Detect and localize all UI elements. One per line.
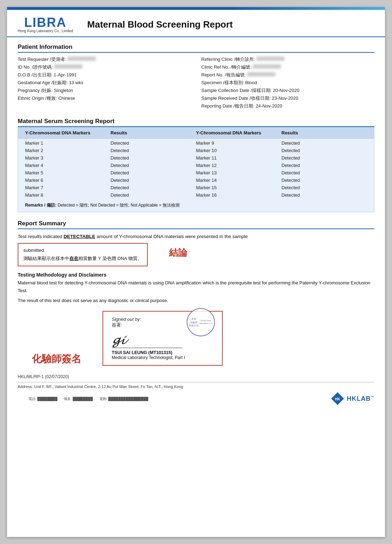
conclusion-box: submitted. 測驗結果顯示在樣本中在在相當數量 Y 染色體 DNA 物質…: [18, 243, 374, 266]
info-row-clinic-ref: Clinic Ref No. /轉介編號: REDACTED: [201, 63, 375, 71]
gestational-value: 13 wks: [69, 80, 83, 85]
marker-11-name: Marker 11: [196, 154, 282, 162]
report-title: Maternal Blood Screening Report: [87, 19, 233, 30]
reporting-date-value: 24-Nov-2020: [256, 103, 282, 109]
signer-title: Medical Laboratory Technologist, Part I: [112, 355, 213, 360]
remarks-row: Remarks / 備註: Detected = 陽性; Not Detecte…: [18, 199, 374, 208]
results-left-col: Detected Detected Detected Detected Dete…: [111, 139, 196, 199]
pregnancy-value: Singleton: [54, 88, 73, 93]
info-row-requester: Test Requester /受測者: REDACTED: [18, 56, 191, 63]
marker-8-name: Marker 8: [25, 191, 111, 199]
info-row-ethnic: Ethnic Origin /種族: Chinese: [18, 94, 191, 102]
info-row-received-date: Sample Received Date /收樣日期: 23-Nov-2020: [201, 94, 375, 102]
top-bar: [7, 7, 385, 10]
info-row-pregnancy: Pregnancy /妊娠: Singleton: [18, 87, 191, 94]
footer-doc-number: HKL/ML/RP-1 (02/07/2020): [18, 374, 374, 379]
methodology-text1: Maternal blood test for detecting Y-chro…: [18, 279, 374, 295]
col-header-marker-right: Y-Chromosomal DNA Markers: [196, 130, 282, 135]
hklab-text: HKLAB™: [347, 395, 374, 403]
conclusion-label: 結論: [169, 247, 187, 259]
patient-info-section: Patient Information Test Requester /受測者:…: [7, 37, 385, 113]
marker-5-name: Marker 5: [25, 169, 111, 176]
marker-10-result: Detected: [281, 147, 367, 154]
info-row-collection-date: Sample Collection Date /採樣日期: 20-Nov-202…: [201, 87, 375, 94]
report-summary-section: Report Summary Test results indicated DE…: [18, 219, 374, 366]
marker-14-result: Detected: [281, 176, 367, 184]
methodology-text2: The result of this test does not serve a…: [18, 297, 374, 305]
footer-email: 電郵: ████████████████: [99, 397, 148, 401]
methodology-title: Testing Methodology and Disclaimers: [18, 272, 374, 278]
patient-info-right: Referring Clinic /轉介診所: REDACTED Clinic …: [201, 56, 375, 110]
hklab-logo: HK HKLAB™: [330, 392, 374, 406]
submitted-box: submitted. 測驗結果顯示在樣本中在在相當數量 Y 染色體 DNA 物質…: [18, 243, 148, 266]
collection-date-value: 20-Nov-2020: [273, 88, 299, 93]
marker-16-name: Marker 16: [196, 191, 282, 199]
results-right-col: Detected Detected Detected Detected Dete…: [281, 139, 367, 199]
marker-5-result: Detected: [111, 169, 196, 176]
logo-text: LIBRA: [24, 16, 66, 29]
serum-screening-section: Maternal Serum Screening Report Y-Chromo…: [18, 116, 374, 212]
marker-13-result: Detected: [281, 169, 367, 176]
footer-address: Address: Unit F, 8/F., Valiant Industria…: [7, 382, 385, 390]
marker-2-name: Marker 2: [25, 147, 111, 154]
svg-text:HK: HK: [335, 397, 340, 401]
info-row-report-no: Report No. /報告編號: REDACTED: [201, 71, 375, 79]
signature-image: 𝓰𝓲: [112, 330, 182, 348]
lab-stamp: 香港化驗所有限公司Hong KongLaboratory Co.: [187, 308, 215, 336]
marker-13-name: Marker 13: [196, 169, 282, 176]
marker-6-result: Detected: [111, 176, 196, 184]
marker-9-name: Marker 9: [196, 139, 282, 147]
marker-7-result: Detected: [111, 184, 196, 191]
dob-value: 1-Apr-1991: [54, 72, 77, 77]
col-header-result-left: Results: [111, 130, 196, 135]
marker-12-name: Marker 12: [196, 162, 282, 169]
logo-libra: LIBRA: [24, 15, 66, 30]
footer-contacts: 電話: ████████ 傳真: ████████ 電郵: ██████████…: [18, 396, 159, 401]
dna-table-header: Y-Chromosomal DNA Markers Results Y-Chro…: [18, 127, 374, 139]
marker-15-name: Marker 15: [196, 184, 282, 191]
patient-info-title: Patient Information: [18, 41, 374, 53]
info-row-gestational: Gestational Age /妊娠期: 13 wks: [18, 79, 191, 87]
markers-left-col: Marker 1 Marker 2 Marker 3 Marker 4 Mark…: [25, 139, 111, 199]
dna-table-wrapper: Y-Chromosomal DNA Markers Results Y-Chro…: [18, 127, 374, 212]
info-row-dob: D.O.B /出生日期: 1-Apr-1991: [18, 71, 191, 79]
info-row-specimen: Specimen /樣本類別: Blood: [201, 79, 375, 87]
sign-box: 香港化驗所有限公司Hong KongLaboratory Co. Signed …: [103, 311, 223, 366]
report-header: LIBRA Hong Kong Laboratory Co., Limited …: [7, 10, 385, 37]
detectable-keyword: DETECTABLE: [64, 234, 95, 239]
signer-name: TSUI SAI LEUNG (MT101315): [112, 350, 213, 355]
patient-info-left: Test Requester /受測者: REDACTED ID No. /證件…: [18, 56, 191, 110]
info-row-id: ID No. /證件號碼: REDACTED: [18, 63, 191, 71]
col-header-result-right: Results: [281, 130, 367, 135]
footer-phone: 電話: ████████: [28, 397, 57, 401]
serum-screening-title: Maternal Serum Screening Report: [18, 116, 374, 127]
marker-1-result: Detected: [111, 139, 196, 147]
info-row-reporting-date: Reporting Date /報告日期: 24-Nov-2020: [201, 102, 375, 110]
marker-16-result: Detected: [281, 191, 367, 199]
summary-text-line1: Test results indicated DETECTABLE amount…: [18, 233, 374, 241]
info-row-clinic: Referring Clinic /轉介診所: REDACTED: [201, 56, 375, 63]
report-summary-title: Report Summary: [18, 219, 374, 229]
marker-4-result: Detected: [111, 162, 196, 169]
marker-8-result: Detected: [111, 191, 196, 199]
logo-area: LIBRA Hong Kong Laboratory Co., Limited: [18, 16, 73, 33]
marker-3-name: Marker 3: [25, 154, 111, 162]
marker-2-result: Detected: [111, 147, 196, 154]
received-date-value: 23-Nov-2020: [272, 96, 298, 101]
marker-10-name: Marker 10: [196, 147, 282, 154]
marker-4-name: Marker 4: [25, 162, 111, 169]
chemist-label: 化驗師簽名: [32, 352, 81, 366]
marker-7-name: Marker 7: [25, 184, 111, 191]
footer-fax: 傳真: ████████: [64, 397, 93, 401]
patient-info-grid: Test Requester /受測者: REDACTED ID No. /證件…: [18, 56, 374, 110]
report-page: LIBRA Hong Kong Laboratory Co., Limited …: [7, 7, 385, 537]
chinese-result-text: 測驗結果顯示在樣本中在在相當數量 Y 染色體 DNA 物質。: [23, 256, 142, 261]
ethnic-value: Chinese: [58, 96, 75, 101]
marker-15-result: Detected: [281, 184, 367, 191]
markers-right-col: Marker 9 Marker 10 Marker 11 Marker 12 M…: [196, 139, 282, 199]
marker-3-result: Detected: [111, 154, 196, 162]
marker-6-name: Marker 6: [25, 176, 111, 184]
marker-11-result: Detected: [281, 154, 367, 162]
col-header-marker-left: Y-Chromosomal DNA Markers: [25, 130, 111, 135]
submitted-text: submitted.: [23, 248, 45, 253]
